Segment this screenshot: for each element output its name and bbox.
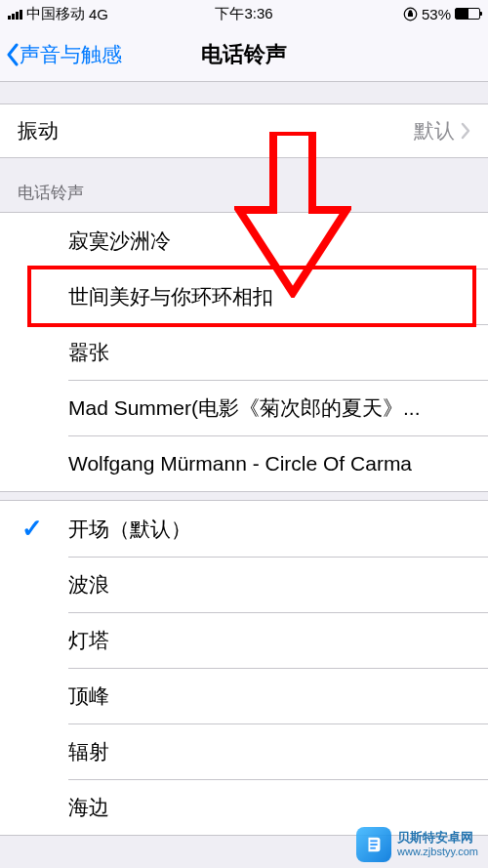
ringtone-label: 灯塔 (68, 627, 109, 654)
ringtone-item[interactable]: 嚣张 (0, 324, 488, 380)
status-time: 下午3:36 (215, 5, 272, 23)
ringtone-label: 海边 (68, 794, 109, 821)
watermark: 贝斯特安卓网 www.zjbstyy.com (356, 827, 478, 862)
ringtone-item[interactable]: 世间美好与你环环相扣 (0, 269, 488, 324)
back-label: 声音与触感 (20, 41, 122, 68)
battery-percent: 53% (422, 6, 451, 22)
default-ringtone-list: ✓开场（默认）波浪灯塔顶峰辐射海边 (0, 500, 488, 836)
battery-icon (455, 8, 480, 20)
ringtone-label: 开场（默认） (68, 516, 191, 543)
back-button[interactable]: 声音与触感 (0, 41, 122, 68)
network-label: 4G (89, 6, 108, 22)
orientation-lock-icon (403, 7, 418, 21)
ringtone-label: 波浪 (68, 571, 109, 599)
page-title: 电话铃声 (201, 40, 287, 69)
ringtone-label: 顶峰 (68, 682, 109, 710)
custom-ringtone-list: 寂寞沙洲冷世间美好与你环环相扣嚣张Mad Summer(电影《菊次郎的夏天》..… (0, 212, 488, 492)
nav-bar: 声音与触感 电话铃声 (0, 27, 488, 82)
vibration-row[interactable]: 振动 默认 (0, 103, 488, 158)
chevron-left-icon (6, 43, 20, 66)
status-bar: 中国移动 4G 下午3:36 53% (0, 0, 488, 27)
svg-rect-3 (370, 847, 376, 849)
ringtone-item[interactable]: Mad Summer(电影《菊次郎的夏天》... (0, 380, 488, 435)
ringtone-label: 辐射 (68, 738, 109, 765)
ringtone-item[interactable]: Wolfgang Mürmann - Circle Of Carma (0, 435, 488, 491)
status-right: 53% (403, 6, 480, 22)
svg-rect-2 (370, 844, 377, 846)
vibration-label: 振动 (18, 117, 59, 145)
section-header-ringtone: 电话铃声 (0, 158, 488, 212)
status-left: 中国移动 4G (8, 5, 108, 23)
signal-icon (8, 8, 22, 20)
vibration-value: 默认 (414, 117, 470, 145)
watermark-text: 贝斯特安卓网 www.zjbstyy.com (397, 831, 478, 858)
checkmark-icon: ✓ (21, 514, 43, 544)
chevron-right-icon (461, 122, 470, 140)
ringtone-item[interactable]: 寂寞沙洲冷 (0, 213, 488, 269)
carrier-label: 中国移动 (26, 5, 85, 23)
ringtone-item[interactable]: 灯塔 (0, 612, 488, 668)
svg-rect-1 (370, 840, 377, 842)
ringtone-item[interactable]: 顶峰 (0, 668, 488, 723)
ringtone-item[interactable]: ✓开场（默认） (0, 501, 488, 557)
ringtone-item[interactable]: 波浪 (0, 557, 488, 612)
ringtone-item[interactable]: 辐射 (0, 723, 488, 779)
watermark-logo-icon (356, 827, 391, 862)
